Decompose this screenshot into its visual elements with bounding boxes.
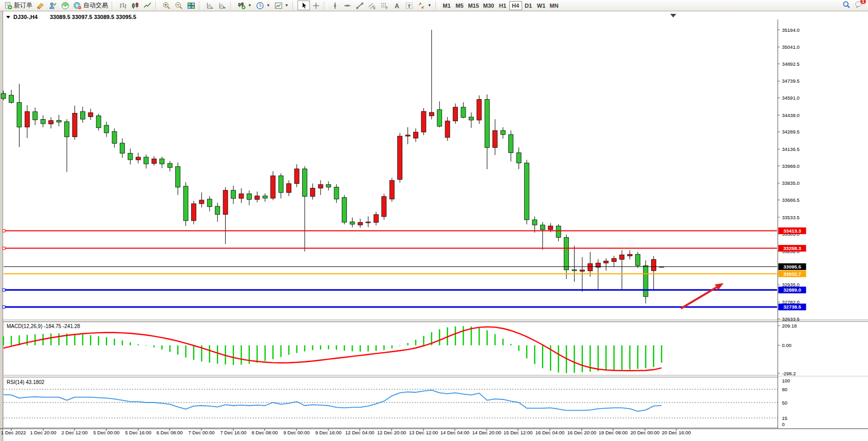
candle[interactable] bbox=[104, 122, 109, 137]
candle[interactable] bbox=[572, 246, 577, 282]
cursor-button[interactable] bbox=[298, 1, 310, 10]
candle[interactable] bbox=[636, 252, 640, 268]
candle[interactable] bbox=[80, 107, 85, 123]
candle[interactable] bbox=[453, 104, 458, 124]
candle[interactable] bbox=[120, 139, 125, 158]
candles-mode-button[interactable] bbox=[129, 1, 141, 10]
candle[interactable] bbox=[263, 193, 267, 202]
candle[interactable] bbox=[287, 180, 291, 196]
candle[interactable] bbox=[532, 216, 537, 233]
candle[interactable] bbox=[358, 219, 362, 228]
candle[interactable] bbox=[207, 196, 212, 212]
text-button[interactable]: A bbox=[391, 1, 403, 10]
candle[interactable] bbox=[493, 119, 497, 155]
signals-button[interactable] bbox=[59, 1, 71, 10]
auto-scroll-button[interactable] bbox=[204, 1, 216, 10]
rsi-pane[interactable]: 1008050150 bbox=[4, 378, 790, 428]
candle[interactable] bbox=[612, 256, 616, 266]
candle[interactable] bbox=[88, 109, 93, 120]
candle[interactable] bbox=[160, 157, 164, 168]
candle[interactable] bbox=[326, 181, 331, 190]
line-anchor[interactable] bbox=[3, 305, 5, 308]
candle[interactable] bbox=[334, 184, 339, 203]
search-button[interactable] bbox=[842, 1, 851, 11]
candle[interactable] bbox=[136, 152, 140, 163]
candle[interactable] bbox=[564, 235, 569, 279]
chart-shift-button[interactable] bbox=[216, 1, 229, 10]
candle[interactable] bbox=[516, 147, 521, 169]
timeframe-d1-button[interactable]: D1 bbox=[522, 1, 535, 10]
candle[interactable] bbox=[9, 90, 14, 104]
candle[interactable] bbox=[398, 133, 402, 183]
candle[interactable] bbox=[461, 102, 466, 118]
candle[interactable] bbox=[429, 30, 434, 120]
candle[interactable] bbox=[17, 84, 22, 147]
candle[interactable] bbox=[604, 258, 608, 271]
horizontal-lines-layer[interactable] bbox=[3, 229, 777, 308]
candle[interactable] bbox=[437, 101, 442, 127]
bars-mode-button[interactable] bbox=[117, 1, 129, 10]
candle[interactable] bbox=[382, 194, 386, 220]
candle[interactable] bbox=[596, 259, 600, 290]
candle[interactable] bbox=[176, 162, 180, 195]
candle[interactable] bbox=[390, 178, 394, 202]
candle[interactable] bbox=[247, 190, 251, 205]
marker-button[interactable] bbox=[34, 1, 47, 10]
candle[interactable] bbox=[580, 257, 584, 292]
candle[interactable] bbox=[41, 116, 45, 127]
tile-windows-button[interactable] bbox=[185, 1, 197, 10]
candle[interactable] bbox=[588, 252, 593, 277]
timeframe-h4-button[interactable]: H4 bbox=[509, 1, 522, 10]
candles-layer[interactable] bbox=[1, 30, 664, 303]
candle[interactable] bbox=[65, 119, 69, 172]
autotrading-button[interactable]: 自动交易 bbox=[71, 1, 110, 10]
time-axis[interactable]: 1 Dec 20221 Dec 20:002 Dec 12:005 Dec 00… bbox=[1, 429, 691, 435]
hline-33258.3[interactable] bbox=[3, 247, 777, 250]
candle[interactable] bbox=[223, 187, 228, 244]
hline-32738.5[interactable] bbox=[3, 305, 777, 308]
candle[interactable] bbox=[627, 250, 632, 259]
timeframe-w1-button[interactable]: W1 bbox=[535, 1, 548, 10]
timeframe-m1-button[interactable]: M1 bbox=[440, 1, 453, 10]
candle[interactable] bbox=[199, 193, 204, 207]
candle[interactable] bbox=[271, 171, 275, 200]
candle[interactable] bbox=[168, 161, 172, 171]
chart-canvas[interactable]: 35194.035041.034892.534739.534591.034438… bbox=[0, 11, 868, 441]
candle[interactable] bbox=[620, 250, 624, 290]
horizontal-line-button[interactable] bbox=[341, 1, 354, 10]
candle[interactable] bbox=[215, 203, 220, 222]
period-presets-button[interactable]: ▼ bbox=[254, 1, 272, 10]
candle[interactable] bbox=[191, 201, 196, 224]
candle[interactable] bbox=[255, 191, 260, 202]
line-anchor[interactable] bbox=[3, 229, 5, 232]
timeframe-mn-button[interactable]: MN bbox=[548, 1, 561, 10]
timeframe-h1-button[interactable]: H1 bbox=[496, 1, 509, 10]
candle[interactable] bbox=[524, 160, 529, 224]
timeframe-m15-button[interactable]: M15 bbox=[466, 1, 481, 10]
timeframe-m30-button[interactable]: M30 bbox=[481, 1, 496, 10]
candle[interactable] bbox=[350, 218, 355, 227]
candle[interactable] bbox=[279, 174, 283, 199]
candle[interactable] bbox=[318, 180, 323, 195]
candle[interactable] bbox=[231, 186, 236, 204]
zoom-out-button[interactable] bbox=[173, 1, 185, 10]
candle[interactable] bbox=[540, 222, 545, 250]
trendline-button[interactable] bbox=[354, 1, 366, 10]
line-anchor[interactable] bbox=[3, 289, 5, 291]
candle[interactable] bbox=[152, 156, 156, 166]
candle[interactable] bbox=[310, 183, 315, 199]
candle[interactable] bbox=[485, 94, 489, 169]
vertical-line-button[interactable] bbox=[329, 1, 341, 10]
candle[interactable] bbox=[49, 117, 53, 128]
candle[interactable] bbox=[72, 106, 77, 140]
candle[interactable] bbox=[128, 148, 133, 164]
candle[interactable] bbox=[183, 182, 188, 226]
profiles-button[interactable] bbox=[47, 1, 59, 10]
candle[interactable] bbox=[477, 95, 482, 124]
crosshair-button[interactable] bbox=[310, 1, 322, 10]
hline-33413.3[interactable] bbox=[3, 229, 777, 232]
candle[interactable] bbox=[302, 166, 307, 252]
candle[interactable] bbox=[501, 127, 505, 139]
candle[interactable] bbox=[445, 117, 450, 141]
candle[interactable] bbox=[421, 108, 426, 135]
